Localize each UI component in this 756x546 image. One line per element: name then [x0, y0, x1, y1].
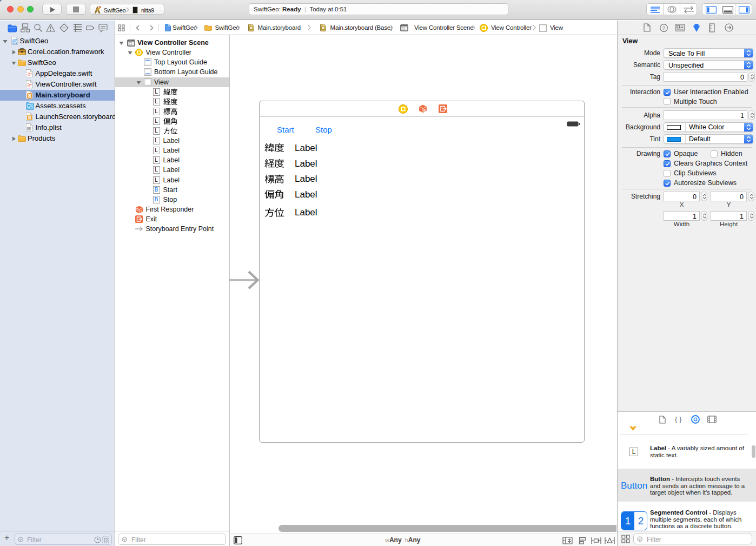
svg-text:1: 1: [141, 209, 142, 212]
svg-text:?: ?: [662, 25, 665, 31]
